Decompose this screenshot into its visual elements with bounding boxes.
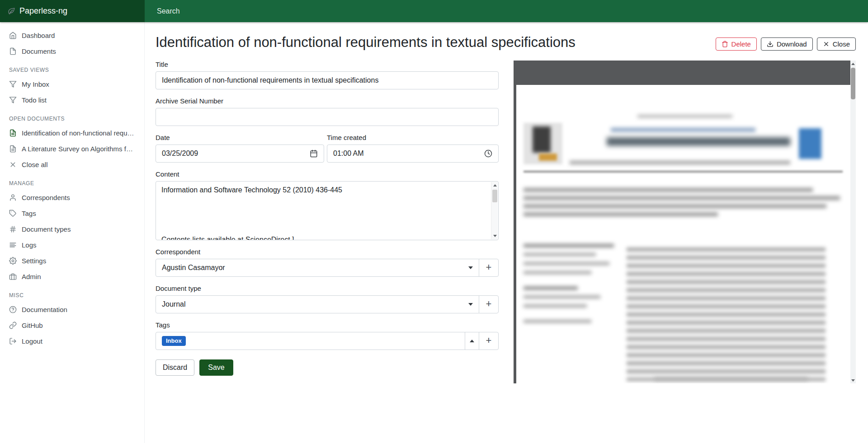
correspondent-value: Agustin Casamayor bbox=[162, 264, 468, 272]
trash-icon bbox=[722, 41, 728, 47]
sidebar-item-label: Admin bbox=[22, 273, 135, 280]
sidebar-item-documentation[interactable]: Documentation bbox=[0, 302, 144, 317]
scroll-up-icon[interactable] bbox=[491, 182, 498, 189]
sidebar-item-correspondents[interactable]: Correspondents bbox=[0, 190, 144, 205]
tag-icon bbox=[9, 210, 17, 217]
sidebar-item-github[interactable]: GitHub bbox=[0, 317, 144, 333]
navbar bbox=[145, 0, 868, 22]
delete-button[interactable]: Delete bbox=[716, 37, 757, 51]
calendar-icon[interactable] bbox=[310, 149, 318, 158]
clock-icon[interactable] bbox=[484, 149, 492, 158]
asn-field-label: Archive Serial Number bbox=[156, 97, 499, 105]
person-icon bbox=[9, 194, 17, 201]
sidebar-item-label: My Inbox bbox=[22, 80, 135, 88]
blur-keywords-line bbox=[524, 320, 591, 323]
gear-icon bbox=[9, 257, 17, 265]
content-textarea[interactable]: Information and Software Technology 52 (… bbox=[156, 182, 491, 240]
document-type-select[interactable]: Journal bbox=[156, 295, 479, 313]
scroll-down-icon[interactable] bbox=[491, 233, 498, 239]
content-scrollbar-thumb[interactable] bbox=[492, 190, 497, 202]
close-button-label: Close bbox=[833, 40, 850, 48]
preview-scrollbar-thumb[interactable] bbox=[851, 68, 855, 99]
date-value: 03/25/2009 bbox=[162, 149, 310, 158]
file-text-icon bbox=[9, 129, 17, 137]
sidebar-item-label: GitHub bbox=[22, 322, 135, 329]
blur-cover-thumbnail bbox=[799, 128, 821, 159]
close-icon bbox=[823, 41, 830, 47]
preview-scrollbar[interactable] bbox=[850, 61, 856, 383]
dashboard-icon bbox=[9, 32, 17, 39]
tags-dropdown-toggle[interactable] bbox=[465, 332, 479, 350]
blur-logo-mark bbox=[533, 126, 551, 153]
time-input[interactable]: 01:00 AM bbox=[327, 145, 499, 163]
blur-text-line bbox=[524, 196, 840, 200]
help-icon bbox=[9, 306, 17, 313]
blur-author-line bbox=[524, 271, 591, 274]
blur-rule bbox=[524, 171, 843, 173]
github-icon bbox=[9, 322, 17, 329]
sidebar-item-label: Logout bbox=[22, 337, 135, 345]
correspondent-select[interactable]: Agustin Casamayor bbox=[156, 259, 479, 277]
chevron-down-icon bbox=[468, 303, 473, 306]
time-value: 01:00 AM bbox=[333, 149, 484, 158]
sidebar-open-document-2[interactable]: A Literature Survey on Algorithms for Mu… bbox=[0, 141, 144, 157]
sidebar-item-todo-list[interactable]: Todo list bbox=[0, 92, 144, 108]
brand[interactable]: Paperless-ng bbox=[0, 0, 145, 22]
sidebar-item-label: Document types bbox=[22, 225, 135, 233]
pdf-viewport[interactable] bbox=[514, 61, 850, 383]
admin-icon bbox=[9, 273, 17, 280]
sidebar-item-documents[interactable]: Documents bbox=[0, 43, 144, 59]
sidebar-item-tags[interactable]: Tags bbox=[0, 205, 144, 221]
blur-article-title bbox=[607, 137, 790, 146]
date-input[interactable]: 03/25/2009 bbox=[156, 145, 324, 163]
save-button[interactable]: Save bbox=[199, 359, 233, 376]
add-document-type-button[interactable]: + bbox=[479, 295, 499, 313]
pdf-page bbox=[516, 85, 850, 383]
tag-badge-inbox[interactable]: Inbox bbox=[162, 336, 186, 346]
scroll-down-icon[interactable] bbox=[850, 377, 856, 383]
sidebar-item-document-types[interactable]: Document types bbox=[0, 221, 144, 237]
title-input[interactable] bbox=[156, 71, 499, 89]
download-icon bbox=[767, 41, 774, 47]
sidebar-close-all[interactable]: Close all bbox=[0, 157, 144, 173]
sidebar-item-logout[interactable]: Logout bbox=[0, 333, 144, 349]
app-window: Paperless-ng Dashboard Documents bbox=[0, 0, 868, 443]
add-correspondent-button[interactable]: + bbox=[479, 259, 499, 277]
sidebar-item-label: Todo list bbox=[22, 96, 135, 104]
blur-journal-link-line bbox=[611, 128, 755, 132]
discard-button[interactable]: Discard bbox=[156, 359, 194, 376]
content-scrollbar[interactable] bbox=[491, 182, 498, 239]
chevron-up-icon bbox=[470, 340, 474, 342]
close-button[interactable]: Close bbox=[817, 37, 856, 51]
blur-keywords-line bbox=[524, 295, 600, 298]
search-input[interactable] bbox=[156, 7, 472, 16]
misc-heading: MISC bbox=[0, 284, 144, 302]
time-field-label: Time created bbox=[327, 134, 499, 141]
sidebar-item-settings[interactable]: Settings bbox=[0, 253, 144, 269]
blur-subtitle-line bbox=[570, 161, 790, 164]
sidebar-item-label: Documentation bbox=[22, 306, 135, 313]
content-field-label: Content bbox=[156, 170, 499, 178]
sidebar-item-my-inbox[interactable]: My Inbox bbox=[0, 76, 144, 92]
sidebar-item-dashboard[interactable]: Dashboard bbox=[0, 28, 144, 43]
blur-abstract-block bbox=[627, 247, 826, 381]
sidebar-open-document-1[interactable]: Identification of non-functional require… bbox=[0, 125, 144, 141]
blur-text-line bbox=[524, 204, 826, 208]
scroll-up-icon[interactable] bbox=[850, 61, 856, 67]
add-tag-button[interactable]: + bbox=[479, 332, 499, 350]
filter-icon bbox=[9, 80, 17, 88]
blur-footer-line bbox=[654, 378, 808, 380]
sidebar-item-logs[interactable]: Logs bbox=[0, 237, 144, 253]
hash-icon bbox=[9, 225, 17, 233]
content-textarea-wrap: Information and Software Technology 52 (… bbox=[156, 181, 499, 240]
open-documents-heading: OPEN DOCUMENTS bbox=[0, 108, 144, 125]
download-button[interactable]: Download bbox=[761, 37, 813, 51]
archive-serial-number-input[interactable] bbox=[156, 108, 499, 126]
sidebar: Dashboard Documents SAVED VIEWS My Inbox bbox=[0, 22, 145, 443]
blur-header-line bbox=[637, 115, 732, 118]
tags-input[interactable]: Inbox bbox=[156, 332, 465, 350]
brand-label: Paperless-ng bbox=[19, 6, 67, 16]
open-document-label: A Literature Survey on Algorithms for Mu… bbox=[22, 145, 135, 153]
sidebar-item-admin[interactable]: Admin bbox=[0, 269, 144, 284]
documents-icon bbox=[9, 47, 17, 55]
